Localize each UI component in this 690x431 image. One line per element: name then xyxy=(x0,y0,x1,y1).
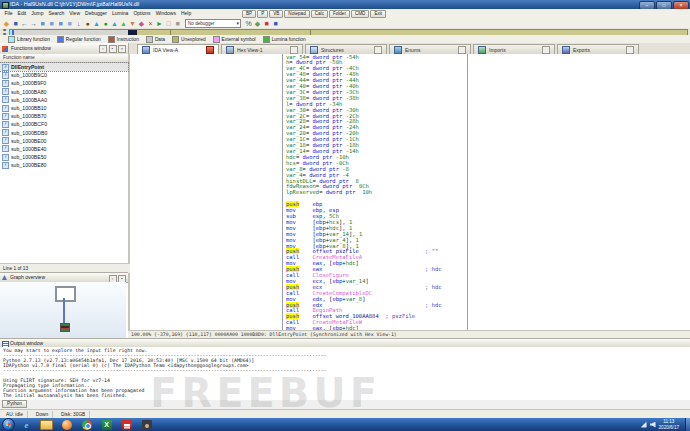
media-player-icon[interactable] xyxy=(58,419,75,430)
function-row[interactable]: f sub_1000BE40 xyxy=(0,145,128,153)
pause-process-icon[interactable]: □ xyxy=(164,19,173,28)
ie-icon[interactable] xyxy=(18,419,35,430)
function-row[interactable]: f sub_1000BAA0 xyxy=(0,96,128,104)
navigator-icon[interactable]: ▲ xyxy=(92,19,101,28)
menu-item[interactable]: Lumina xyxy=(109,9,130,18)
tab-close-icon[interactable] xyxy=(458,46,466,54)
jump-function-icon[interactable]: ■ xyxy=(56,19,65,28)
tab-close-icon[interactable] xyxy=(374,46,382,54)
panel-restore-icon[interactable]: ▫ xyxy=(99,45,107,53)
legend-label: Lumina function xyxy=(272,37,306,42)
function-row[interactable]: f sub_1000BA80 xyxy=(0,88,128,96)
tab-close-icon[interactable] xyxy=(206,46,214,54)
function-icon: f xyxy=(2,113,9,120)
output-log[interactable]: You may start to explore the input file … xyxy=(0,347,690,400)
tab-label: Exports xyxy=(573,47,590,53)
function-row[interactable]: f sub_1000B9C0 xyxy=(0,71,128,79)
menu-item[interactable]: Windows xyxy=(153,9,178,18)
legend-swatch xyxy=(172,36,179,43)
ida-view-canvas[interactable]: var_54= dword ptr -54hh= dword ptr -50hv… xyxy=(130,54,690,330)
legend-item: Instruction xyxy=(108,36,139,43)
back-icon[interactable]: ← xyxy=(20,19,29,28)
search-icon[interactable]: ● xyxy=(83,19,92,28)
function-name: DllEntryPoint xyxy=(11,64,44,70)
quick-button[interactable]: Folder xyxy=(329,10,350,18)
tab-close-icon[interactable] xyxy=(542,46,550,54)
menu-item[interactable]: Edit xyxy=(15,9,29,18)
graph-overview-canvas[interactable] xyxy=(0,282,126,338)
function-row[interactable]: f sub_1000BB10 xyxy=(0,104,128,112)
jump-address-icon[interactable]: ■ xyxy=(38,19,47,28)
cancel-icon[interactable]: × xyxy=(146,19,155,28)
watch-icon[interactable]: ■ xyxy=(271,19,280,28)
volume-icon[interactable] xyxy=(650,422,656,428)
function-row[interactable]: f sub_1000BDB0 xyxy=(0,129,128,137)
quick-button[interactable]: VB xyxy=(269,10,283,18)
percent-icon[interactable]: % xyxy=(244,19,253,28)
function-row[interactable]: f sub_1000BB70 xyxy=(0,112,128,120)
function-name: sub_1000B9C0 xyxy=(11,72,47,78)
function-name-column-header[interactable]: Function name xyxy=(0,54,128,63)
panel-close-icon[interactable]: × xyxy=(118,45,126,53)
function-row[interactable]: f sub_1000BE00 xyxy=(0,137,128,145)
tab-close-icon[interactable] xyxy=(290,46,298,54)
function-name: sub_1000BA80 xyxy=(11,89,46,95)
debugger-select[interactable]: No debugger xyxy=(185,19,241,28)
menu-item[interactable]: File xyxy=(2,9,15,18)
function-row[interactable]: f sub_1000BE80 xyxy=(0,161,128,169)
quick-button[interactable]: P xyxy=(257,10,268,18)
snapshot-icon[interactable]: ◆ xyxy=(137,19,146,28)
graph-viewport-rect[interactable] xyxy=(55,286,76,302)
excel-icon[interactable] xyxy=(98,419,115,430)
start-button[interactable] xyxy=(2,419,15,431)
tab-icon xyxy=(142,46,150,54)
photo-app-icon[interactable] xyxy=(138,419,155,430)
panel-pin-icon[interactable]: ▪ xyxy=(109,45,117,53)
folder-icon[interactable] xyxy=(38,419,55,430)
breakpoint-icon[interactable]: ■ xyxy=(262,19,271,28)
quick-button[interactable]: Calc xyxy=(311,10,328,18)
menu-item[interactable]: Jump xyxy=(29,9,46,18)
jump-name-icon[interactable]: ■ xyxy=(47,19,56,28)
functions-window-header[interactable]: Functions window ▫ ▪ × xyxy=(0,43,129,54)
chrome-icon[interactable] xyxy=(78,419,95,430)
menu-item[interactable]: Help xyxy=(178,9,193,18)
save-icon[interactable]: ■ xyxy=(11,19,20,28)
navband-arrows[interactable]: ◂▸◂▸ xyxy=(0,28,9,35)
function-icon: f xyxy=(2,80,9,87)
menu-item[interactable]: View xyxy=(67,9,83,18)
function-icon: f xyxy=(2,145,9,152)
clock-date: 2020/6/17 xyxy=(659,425,679,430)
start-process-icon[interactable]: ► xyxy=(155,19,164,28)
produce-file-icon[interactable]: ▲ xyxy=(110,19,119,28)
quick-button[interactable]: Notepad xyxy=(284,10,309,18)
show-desktop-button[interactable] xyxy=(685,418,690,431)
menu-item[interactable]: Options xyxy=(131,9,153,18)
function-row[interactable]: f sub_1000BE50 xyxy=(0,153,128,161)
status-segment: Disk: 30GB xyxy=(57,411,90,418)
function-row[interactable]: f DllEntryPoint xyxy=(0,63,128,71)
menu-item[interactable]: Debugger xyxy=(83,9,110,18)
jump-down-icon[interactable]: ↓ xyxy=(74,19,83,28)
idc-script-icon[interactable]: ◆ xyxy=(253,19,262,28)
forward-icon[interactable]: → xyxy=(29,19,38,28)
stop-process-icon[interactable]: ■ xyxy=(173,19,182,28)
quick-button[interactable]: BP xyxy=(242,10,256,18)
jump-segment-icon[interactable]: ■ xyxy=(65,19,74,28)
menu-item[interactable]: Search xyxy=(46,9,67,18)
navigation-band[interactable]: ◂▸◂▸ xyxy=(0,28,690,35)
patch-program-icon[interactable]: ▼ xyxy=(128,19,137,28)
tab-close-icon[interactable] xyxy=(626,46,634,54)
disassembly-code: var_54= dword ptr -54hh= dword ptr -50hv… xyxy=(286,55,442,331)
legend-label: Instruction xyxy=(117,37,139,42)
function-row[interactable]: f sub_1000BCF0 xyxy=(0,120,128,128)
produce-diff-icon[interactable]: ▲ xyxy=(119,19,128,28)
red-app-icon[interactable] xyxy=(118,419,135,430)
quick-button[interactable]: Exit xyxy=(370,10,386,18)
lumina-icon[interactable]: ● xyxy=(101,19,110,28)
network-icon[interactable] xyxy=(641,422,647,428)
taskbar-clock[interactable]: 11:13 2020/6/17 xyxy=(659,419,679,429)
python-cli-button[interactable]: Python xyxy=(2,400,27,408)
quick-button[interactable]: CMD xyxy=(351,10,369,18)
function-row[interactable]: f sub_1000B9F0 xyxy=(0,79,128,87)
